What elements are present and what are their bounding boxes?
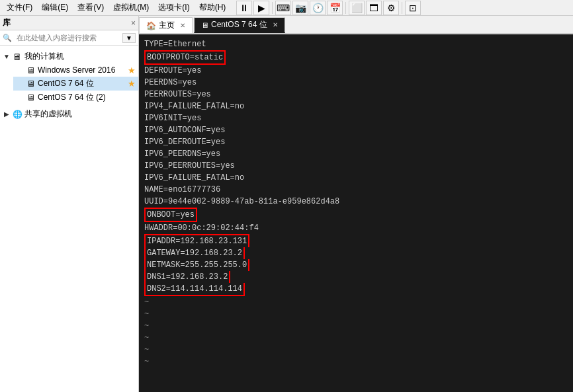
terminal-line: ~ (144, 356, 568, 368)
fit-button[interactable]: ⊡ (405, 1, 421, 15)
terminal-line: ~ (144, 332, 568, 344)
vm-icon-centos: 🖥 (25, 79, 36, 89)
expand-icon-centos2 (16, 94, 24, 102)
terminal-line: DNS1=192.168.23.2 (144, 271, 568, 283)
sidebar-item-shared[interactable]: ▶ 🌐 共享的虚拟机 (0, 107, 138, 121)
terminal-line: GATEWAY=192.168.23.2 (144, 247, 568, 259)
terminal-line: PEERDNS=yes (144, 77, 568, 89)
terminal[interactable]: TYPE=EthernetBOOTPROTO=staticDEFROUTE=ye… (139, 34, 573, 392)
fullscreen-button[interactable]: ⬜ (349, 1, 365, 15)
expand-icon-ws (16, 66, 24, 74)
play-button[interactable]: ▶ (253, 1, 269, 15)
menu-edit[interactable]: 编辑(E) (38, 1, 72, 15)
tab-bar: 🏠 主页 ✕ 🖥 CentOS 7 64 位 ✕ (139, 16, 573, 34)
menu-tabs[interactable]: 选项卡(I) (154, 1, 193, 15)
terminal-line: NETMASK=255.255.255.0 (144, 259, 568, 271)
vm-label-windows: Windows Server 2016 (38, 65, 125, 75)
terminal-line: PEERROUTES=yes (144, 89, 568, 100)
toolbar-separator (272, 2, 273, 14)
terminal-line: DNS2=114.114.114.114 (144, 283, 568, 296)
main-layout: 库 × 🔍 ▼ ▼ 🖥 我的计算机 🖥 (0, 16, 573, 392)
tab-home-label: 主页 (159, 20, 175, 31)
terminal-line: IPV6_DEFROUTE=yes (144, 136, 568, 148)
sidebar-title: 库 (3, 17, 11, 28)
terminal-line: IPV6_PEERROUTES=yes (144, 160, 568, 172)
my-computer-label: 我的计算机 (24, 51, 136, 62)
send-key-button[interactable]: ⌨ (275, 1, 291, 15)
vm-label-centos2: CentOS 7 64 位 (2) (38, 92, 136, 103)
terminal-line: IPV6INIT=yes (144, 112, 568, 124)
terminal-line: IPV6_FAILURE_FATAL=no (144, 172, 568, 184)
terminal-line: TYPE=Ethernet (144, 38, 568, 50)
terminal-line: NAME=eno16777736 (144, 184, 568, 196)
sidebar-item-windows-server[interactable]: 🖥 Windows Server 2016 ★ (13, 63, 138, 77)
shared-label: 共享的虚拟机 (24, 108, 136, 120)
content-area: 🏠 主页 ✕ 🖥 CentOS 7 64 位 ✕ TYPE=EthernetBO… (139, 16, 573, 392)
vm-label-centos: CentOS 7 64 位 (38, 78, 125, 89)
menu-view[interactable]: 查看(V) (73, 1, 108, 15)
toolbar-separator3 (402, 2, 402, 14)
terminal-line: ~ (144, 296, 568, 308)
terminal-line: ONBOOT=yes (144, 208, 568, 222)
star-icon-windows[interactable]: ★ (128, 65, 136, 75)
screenshot-button[interactable]: 📷 (292, 1, 308, 15)
toolbar-separator2 (345, 2, 346, 14)
sidebar-item-centos2[interactable]: 🖥 CentOS 7 64 位 (2) (13, 91, 138, 104)
menu-file[interactable]: 文件(F) (3, 1, 36, 15)
terminal-line: BOOTPROTO=static (144, 50, 568, 65)
terminal-line: IPADDR=192.168.23.131 (144, 234, 568, 247)
terminal-line: IPV4_FAILURE_FATAL=no (144, 100, 568, 112)
vm-icon-windows: 🖥 (25, 65, 36, 75)
menubar: 文件(F) 编辑(E) 查看(V) 虚拟机(M) 选项卡(I) 帮助(H) ⏸ … (0, 0, 573, 16)
sidebar-item-my-computer[interactable]: ▼ 🖥 我的计算机 (0, 50, 138, 63)
terminal-line: IPV6_PEERDNS=yes (144, 148, 568, 160)
terminal-line: ~ (144, 320, 568, 332)
tree-root: ▼ 🖥 我的计算机 🖥 Windows Server 2016 ★ (0, 48, 138, 122)
sidebar: 库 × 🔍 ▼ ▼ 🖥 我的计算机 🖥 (0, 16, 139, 392)
terminal-line: IPV6_AUTOCONF=yes (144, 124, 568, 136)
sidebar-item-centos[interactable]: 🖥 CentOS 7 64 位 ★ (13, 77, 138, 91)
home-icon: 🏠 (146, 21, 156, 30)
terminal-line: ~ (144, 344, 568, 356)
terminal-line: DEFROUTE=yes (144, 65, 568, 77)
sidebar-search-bar: 🔍 ▼ (0, 30, 138, 46)
settings-button[interactable]: ⚙ (383, 1, 399, 15)
computer-icon: 🖥 (12, 52, 22, 62)
tab-centos[interactable]: 🖥 CentOS 7 64 位 ✕ (194, 17, 285, 33)
sidebar-header: 库 × (0, 16, 138, 30)
pause-button[interactable]: ⏸ (236, 1, 252, 15)
vm-icon-centos2: 🖥 (25, 93, 36, 103)
terminal-line: ~ (144, 308, 568, 320)
time-button[interactable]: 🕐 (310, 1, 326, 15)
window-button[interactable]: 🗖 (366, 1, 382, 15)
snapshot-button[interactable]: 📅 (327, 1, 343, 15)
search-input[interactable] (14, 32, 122, 43)
tab-vm-icon: 🖥 (201, 21, 208, 29)
search-icon: 🔍 (3, 34, 12, 42)
tab-centos-label: CentOS 7 64 位 (211, 19, 267, 30)
tab-centos-close[interactable]: ✕ (273, 21, 278, 28)
shared-icon: 🌐 (12, 109, 22, 120)
menu-help[interactable]: 帮助(H) (195, 1, 230, 15)
menu-vm[interactable]: 虚拟机(M) (109, 1, 153, 15)
search-dropdown-button[interactable]: ▼ (122, 33, 136, 43)
tab-home-close[interactable]: ✕ (180, 22, 185, 29)
star-icon-centos[interactable]: ★ (128, 79, 136, 89)
sidebar-tree: ▼ 🖥 我的计算机 🖥 Windows Server 2016 ★ (0, 46, 138, 392)
terminal-line: UUID=9e44e002-9889-47ab-811a-e959e862d4a… (144, 196, 568, 208)
expand-icon-centos (16, 80, 24, 88)
terminal-line: HWADDR=00:0c:29:02:44:f4 (144, 222, 568, 234)
expand-icon-shared[interactable]: ▶ (3, 110, 11, 118)
sidebar-close-button[interactable]: × (131, 19, 136, 28)
vm-list: 🖥 Windows Server 2016 ★ 🖥 CentOS 7 64 位 … (0, 63, 138, 104)
expand-icon[interactable]: ▼ (3, 53, 11, 61)
tab-home[interactable]: 🏠 主页 ✕ (139, 17, 193, 33)
